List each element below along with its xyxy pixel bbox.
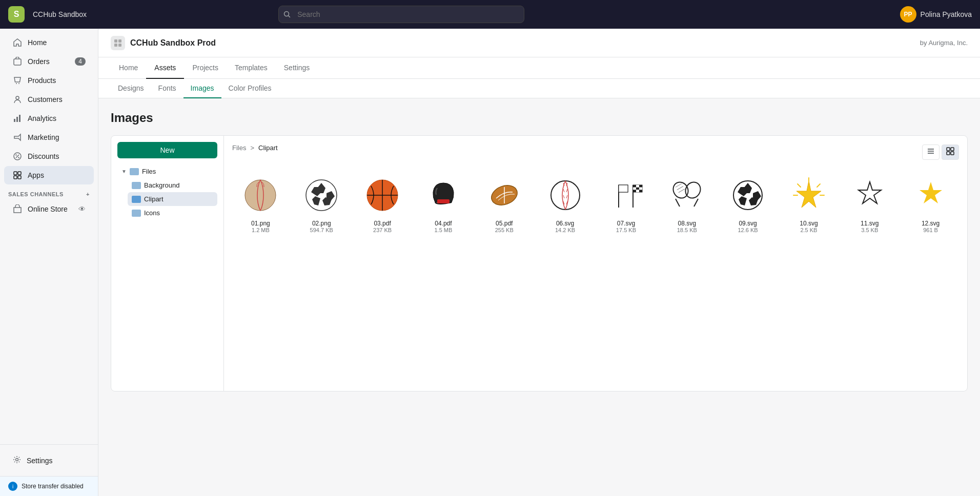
tree-files-label: Files (142, 168, 156, 175)
svg-rect-13 (18, 176, 21, 179)
sidebar: Home Orders 4 Products Customers (0, 29, 98, 496)
file-name: 10.svg (800, 220, 818, 227)
chevron-down-icon: ▼ (121, 169, 127, 174)
sub-tab-images[interactable]: Images (183, 79, 221, 98)
products-icon (12, 75, 23, 86)
file-item-08[interactable]: 08.svg 18.5 KB (659, 168, 716, 238)
svg-line-1 (289, 16, 290, 17)
sub-tab-designs[interactable]: Designs (111, 79, 151, 98)
topbar: S CCHub Sandbox PP Polina Pyatkova (0, 0, 980, 29)
tab-projects[interactable]: Projects (184, 57, 227, 79)
svg-point-14 (16, 459, 18, 461)
sidebar-item-apps[interactable]: Apps (4, 166, 94, 184)
file-thumbnail (605, 175, 646, 216)
tree-item-files[interactable]: ▼ Files (117, 164, 217, 178)
user-menu[interactable]: PP Polina Pyatkova (900, 6, 972, 23)
file-thumbnail (545, 175, 586, 216)
sidebar-item-label: Home (28, 38, 47, 47)
file-size: 594.7 KB (310, 227, 333, 233)
page-title: Images (111, 111, 968, 125)
tab-templates[interactable]: Templates (227, 57, 276, 79)
tree-item-clipart[interactable]: Clipart (128, 192, 217, 206)
tree-icons-label: Icons (144, 209, 160, 217)
svg-marker-80 (920, 182, 942, 203)
sidebar-item-customers[interactable]: Customers (4, 90, 94, 109)
sidebar-item-orders[interactable]: Orders 4 (4, 52, 94, 71)
file-size: 255 KB (495, 227, 514, 233)
orders-icon (12, 56, 23, 67)
tab-assets[interactable]: Assets (146, 57, 184, 79)
file-item-04[interactable]: 04.pdf 1.5 MB (415, 168, 472, 238)
file-item-07[interactable]: 07.svg 17.5 KB (598, 168, 655, 238)
sub-tab-color-profiles[interactable]: Color Profiles (221, 79, 279, 98)
file-name: 05.pdf (496, 220, 513, 227)
tab-home[interactable]: Home (111, 57, 146, 79)
sidebar-item-home[interactable]: Home (4, 33, 94, 52)
tree-item-background[interactable]: Background (128, 178, 217, 192)
sidebar-nav: Home Orders 4 Products Customers (0, 29, 98, 444)
svg-rect-58 (636, 190, 639, 192)
file-item-03[interactable]: 03.pdf 237 KB (354, 168, 411, 238)
folder-icon (130, 168, 139, 175)
sidebar-item-discounts[interactable]: Discounts (4, 147, 94, 166)
svg-rect-21 (928, 153, 934, 154)
sidebar-item-analytics[interactable]: Analytics (4, 109, 94, 128)
app-by-label: by Aurigma, Inc. (920, 39, 968, 47)
sidebar-item-marketing[interactable]: Marketing (4, 128, 94, 147)
svg-rect-2 (14, 59, 21, 65)
file-item-11[interactable]: 11.svg 3.5 KB (841, 168, 898, 238)
sidebar-item-label: Orders (28, 57, 50, 66)
tree-item-icons[interactable]: Icons (128, 206, 217, 220)
new-button[interactable]: New (117, 142, 217, 158)
svg-marker-73 (797, 181, 821, 208)
info-icon: i (8, 482, 17, 491)
file-thumbnail (240, 175, 281, 216)
file-item-01[interactable]: 01.png 1.2 MB (232, 168, 289, 238)
sub-tab-fonts[interactable]: Fonts (151, 79, 183, 98)
file-item-05[interactable]: 05.pdf 255 KB (476, 168, 533, 238)
tab-settings[interactable]: Settings (276, 57, 318, 79)
content-area: Images New ▼ Files Background (98, 98, 980, 404)
settings-icon (12, 455, 22, 466)
sidebar-item-online-store[interactable]: Online Store 👁 (4, 200, 94, 218)
file-thumbnail (362, 175, 403, 216)
breadcrumb-files[interactable]: Files (232, 144, 246, 152)
svg-rect-16 (118, 39, 121, 43)
file-size: 237 KB (373, 227, 392, 233)
add-sales-channel-button[interactable]: + (86, 191, 90, 197)
file-item-06[interactable]: 06.svg 14.2 KB (537, 168, 594, 238)
svg-line-75 (817, 184, 820, 187)
file-grid-area: Files > Clipart (224, 136, 967, 391)
svg-rect-6 (14, 119, 15, 122)
file-name: 08.svg (678, 220, 696, 227)
app-icon (111, 36, 125, 50)
list-view-button[interactable] (922, 144, 940, 160)
search-input[interactable] (278, 6, 524, 23)
svg-point-65 (683, 179, 703, 201)
sidebar-item-products[interactable]: Products (4, 71, 94, 90)
settings-button[interactable]: Settings (4, 451, 94, 470)
tree-clipart-label: Clipart (144, 195, 164, 203)
file-item-09[interactable]: 09.svg 12.6 KB (720, 168, 777, 238)
svg-rect-11 (18, 172, 21, 175)
analytics-icon (12, 113, 23, 123)
file-item-12[interactable]: 12.svg 961 B (902, 168, 959, 238)
file-tree: New ▼ Files Background Clipart (111, 136, 224, 391)
sidebar-item-label: Products (28, 76, 56, 85)
file-item-02[interactable]: 02.png 594.7 KB (293, 168, 350, 238)
file-size: 961 B (923, 227, 938, 233)
settings-label: Settings (27, 457, 53, 465)
online-store-eye-icon[interactable]: 👁 (78, 205, 86, 213)
file-size: 2.5 KB (800, 227, 817, 233)
customers-icon (12, 94, 23, 105)
file-size: 3.5 KB (861, 227, 878, 233)
svg-rect-17 (114, 44, 117, 47)
file-grid: 01.png 1.2 MB (232, 168, 959, 238)
svg-point-26 (245, 180, 276, 211)
store-transfer-bar: i Store transfer disabled (0, 476, 98, 496)
shopify-logo: S (8, 6, 25, 23)
grid-view-button[interactable] (942, 144, 959, 160)
sidebar-item-label: Online Store (28, 205, 68, 213)
file-item-10[interactable]: 10.svg 2.5 KB (781, 168, 838, 238)
view-controls (922, 144, 959, 160)
